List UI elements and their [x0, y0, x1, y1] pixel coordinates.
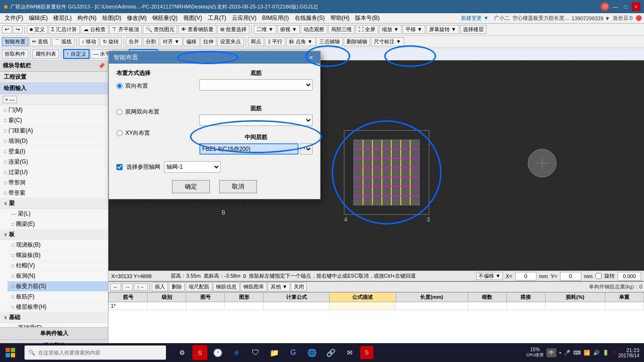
tb-align[interactable]: 对齐 ▼ [160, 37, 182, 46]
smart-placement-dialog[interactable]: 智能布置 × 布置方式选择 双向布置 双网双向 [108, 51, 321, 199]
clock-display[interactable]: 21:23 2017/8/14 [619, 347, 640, 358]
menu-cloud[interactable]: 云应用(V) [229, 13, 259, 23]
bt-rebar-info[interactable]: 钢筋信息 [213, 282, 239, 291]
radio-xy[interactable]: XY向布置 [116, 129, 192, 137]
nav-section-drawing[interactable]: 绘图输入 [0, 83, 108, 94]
tree-item-slab-neg[interactable]: □板筋(F) [8, 292, 108, 302]
taskbar-app-s[interactable]: S [192, 345, 207, 360]
tree-item-slab-rebar[interactable]: □板受力筋(S) [8, 281, 108, 292]
menu-file[interactable]: 文件(F) [2, 13, 26, 23]
tb-move[interactable]: ↕ 移动 [79, 37, 99, 46]
menu-rebar-qty[interactable]: 钢筋量(Q) [149, 13, 180, 23]
middle-rebar-input[interactable] [199, 143, 298, 155]
nav-section-settings[interactable]: 工程设置 [0, 72, 108, 83]
taskbar-app-ms[interactable]: ⚙ [173, 344, 190, 361]
menu-tools[interactable]: 工具(T) [205, 13, 229, 23]
tb-merge[interactable]: 合并 [126, 37, 142, 46]
tb-arc[interactable]: ⌒ 弧线 [52, 37, 74, 46]
tb-stretch[interactable]: 拉伸 [200, 37, 216, 46]
taskbar-app-clock[interactable]: 🕐 [209, 344, 226, 361]
taskbar-start-button[interactable] [0, 343, 21, 362]
tb-find[interactable]: 🔍 查找图元 [143, 25, 177, 34]
menu-edit[interactable]: 编辑(E) [26, 13, 50, 23]
axis-select[interactable]: 轴网-1 [164, 161, 221, 173]
tree-item-strip-hole[interactable]: □带形洞 [0, 178, 108, 188]
rotate-input[interactable] [618, 272, 641, 280]
tb-select-floor[interactable]: 选择楼层 [460, 25, 487, 34]
td-rebar-no[interactable]: 1* [109, 302, 148, 310]
tree-item-niche[interactable]: □壁龛(I) [0, 147, 108, 157]
tb-split[interactable]: 分割 [143, 37, 159, 46]
tb-pan[interactable]: 平移 ▼ [403, 25, 425, 34]
tree-item-beam-l[interactable]: —梁(L) [8, 209, 108, 219]
menu-help[interactable]: 帮助(H) [328, 13, 353, 23]
lang-indicator[interactable]: 中 [546, 348, 556, 357]
radio-bidirectional-input[interactable] [116, 83, 123, 89]
taskbar-search-box[interactable]: 🔍 在这里输入你要搜索的内容 [25, 346, 166, 360]
sound-icon[interactable]: 🔊 [593, 350, 600, 356]
tb-zoom[interactable]: 缩放 ▼ [379, 25, 402, 34]
nav-single-component[interactable]: 单构件输入 [0, 327, 108, 339]
minimize-button[interactable]: — [611, 2, 619, 11]
bt-up[interactable]: ↑→ [134, 283, 148, 291]
bt-delete[interactable]: 删除 [169, 282, 185, 291]
tree-item-cast-slab[interactable]: □现浇板(B) [8, 240, 108, 250]
network-icon[interactable]: 📶 [584, 350, 590, 356]
tb-undo[interactable]: ↩ [2, 25, 12, 33]
tree-item-door-window[interactable]: □门联窗(A) [0, 126, 108, 136]
dialog-cancel-button[interactable]: 取消 [219, 180, 257, 193]
x-input[interactable] [515, 272, 537, 280]
taskbar-app-mail[interactable]: ✉ [341, 344, 358, 361]
tree-group-foundation[interactable]: ∨基础 [0, 313, 108, 323]
keyboard-icon[interactable]: ⌨ [573, 350, 581, 356]
tree-add-btn[interactable]: + — [3, 96, 17, 103]
tb-del-aux[interactable]: 删除辅轴 [344, 37, 370, 46]
tree-item-coupling-beam[interactable]: □连梁(G) [0, 157, 108, 167]
tb-two-point[interactable]: 两点 [248, 37, 264, 46]
tb-parallel[interactable]: ∥ 平行 [265, 37, 285, 46]
rotate-checkbox[interactable] [595, 273, 602, 279]
tb-batch-select[interactable]: ⊞ 批量选择 [217, 25, 249, 34]
tb-2d[interactable]: 二维 ▼ [254, 25, 276, 34]
radio-double-net[interactable]: 双网双向布置 [116, 108, 192, 116]
tb-redo[interactable]: ↪ [13, 25, 23, 33]
tb-custom-dir[interactable]: ↑ 自定义 [63, 49, 90, 59]
tree-item-spiral-slab[interactable]: □螺旋板(B) [8, 250, 108, 261]
radio-bidirectional[interactable]: 双向布置 [116, 82, 192, 90]
radio-xy-input[interactable] [116, 130, 123, 136]
axis-checkbox[interactable] [116, 164, 123, 170]
tree-item-column-cap[interactable]: □柱帽(V) [8, 261, 108, 271]
tree-item-window[interactable]: □窗(C) [0, 115, 108, 126]
tb-top-view[interactable]: 俯视 ▼ [277, 25, 300, 34]
tb-3pt-aux[interactable]: 三点辅轴 [316, 37, 343, 46]
dialog-confirm-button[interactable]: 确定 [172, 180, 210, 193]
menu-online[interactable]: 在线服务(S) [292, 13, 328, 23]
close-button[interactable]: × [632, 2, 640, 11]
tb-rotate2[interactable]: ↻ 旋转 [100, 37, 122, 46]
bt-rebar-lib[interactable]: 钢筋图库 [240, 282, 267, 291]
y-input[interactable] [560, 272, 581, 280]
menu-modify[interactable]: 修改(M) [124, 13, 149, 23]
menu-draw[interactable]: 绘图(D) [99, 13, 124, 23]
taskbar-app-ie[interactable]: e [228, 344, 245, 361]
new-change[interactable]: 新建变更 ▼ [458, 14, 491, 23]
bt-other[interactable]: 其他 ▼ [268, 282, 290, 291]
tb-line[interactable]: ✏ 直线 [29, 37, 51, 46]
menu-view[interactable]: 视图(V) [181, 13, 205, 23]
tb-dynamic[interactable]: 动态观察 [301, 25, 327, 34]
taskbar-app-s2[interactable]: S [360, 346, 373, 359]
ime-indicator[interactable]: • [559, 350, 561, 355]
menu-bim[interactable]: BIM应用(I) [259, 13, 292, 23]
tb-grip[interactable]: 设置夹点 [217, 37, 244, 46]
tb-pick-component[interactable]: 拾取构件 [2, 49, 28, 58]
sidebar-pin-icon[interactable]: 📌 [98, 63, 105, 69]
tb-align-top[interactable]: ⊤ 齐平板顶 [109, 25, 142, 34]
bt-scale-rebar[interactable]: 缩尺配筋 [186, 282, 212, 291]
tb-fullscreen[interactable]: ⛶ 全屏 [355, 25, 378, 34]
tree-item-strip-window[interactable]: □带形窗 [0, 188, 108, 198]
taskbar-app-shield[interactable]: 🛡 [247, 344, 264, 361]
top-rebar-select[interactable] [199, 115, 313, 126]
middle-rebar-dropdown[interactable]: ▼ [300, 143, 313, 155]
tb-prop-list[interactable]: 属性列表 [33, 49, 59, 58]
tree-item-over-beam[interactable]: □过梁(U) [0, 167, 108, 178]
